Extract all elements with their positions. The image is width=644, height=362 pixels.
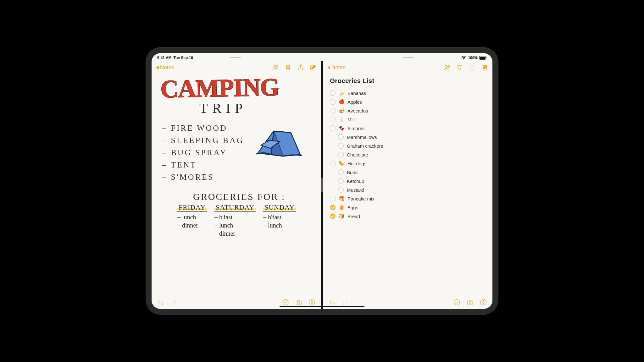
collaborate-icon[interactable] [272, 64, 279, 71]
undo-icon[interactable] [157, 299, 164, 306]
meals-list: lunchdinner [177, 213, 207, 229]
status-time: 9:41 AM [157, 56, 172, 60]
check-item: 🍫S'mores [330, 125, 486, 132]
check-circle[interactable] [338, 143, 344, 149]
meal-item: lunch [177, 213, 207, 221]
check-circle[interactable] [330, 213, 336, 219]
check-circle[interactable] [330, 125, 336, 131]
item-emoji: 🍎 [339, 99, 344, 105]
hand-subtitle: TRIP [199, 100, 314, 116]
check-circle[interactable] [330, 196, 336, 201]
multitask-indicator-left[interactable] [230, 57, 241, 58]
chevron-left-icon [327, 66, 330, 69]
check-label: Chocolate [347, 152, 368, 157]
item-emoji: 🍫 [339, 125, 344, 131]
markup-icon[interactable] [308, 299, 315, 306]
check-circle[interactable] [330, 108, 336, 113]
day-column: FRIDAYlunchdinner [177, 203, 207, 238]
redo-icon[interactable] [170, 299, 177, 306]
screen: 9:41 AM Tue Sep 10 100% [152, 53, 492, 309]
groceries-heading: GROCERIES FOR : [193, 191, 314, 202]
check-label: Bananas [347, 90, 366, 96]
back-label: Notes [331, 64, 345, 71]
back-button-right[interactable]: Notes [327, 64, 345, 71]
camera-icon[interactable] [295, 299, 302, 306]
back-button-left[interactable]: Notes [156, 64, 174, 71]
right-note-body[interactable]: Groceries List 🍌Bananas🍎Apples🥑Avocados🥛… [323, 74, 492, 296]
check-circle[interactable] [338, 134, 344, 140]
day-column: SATURDAYb'fastlunchdinner [214, 203, 256, 238]
item-emoji: 🥞 [339, 196, 344, 201]
divider-handle-icon [321, 178, 323, 192]
left-note-body[interactable]: CAMPING TRIP FIRE WOODSLEEPING BAGBUG SP… [152, 74, 321, 296]
check-item: 🌭Hot dogs [330, 160, 486, 167]
svg-point-7 [283, 299, 288, 305]
check-circle[interactable] [330, 205, 336, 210]
check-item: 🥑Avocados [330, 107, 486, 114]
check-label: S'mores [347, 126, 365, 131]
check-label: Pancake mix [347, 196, 375, 201]
trash-icon[interactable] [456, 64, 463, 71]
supply-item: FIRE WOOD [162, 122, 244, 134]
check-item: 🍞Bread [330, 213, 486, 220]
right-navbar: Notes [323, 61, 492, 74]
home-indicator[interactable] [280, 306, 364, 307]
multitask-indicator-right[interactable] [403, 57, 414, 58]
undo-icon[interactable] [329, 299, 336, 306]
share-icon[interactable] [469, 64, 475, 71]
svg-point-13 [454, 299, 460, 305]
right-note-pane: Notes Groceries List 🍌Bananas🍎Apples🥑Avo… [323, 61, 492, 309]
trash-icon[interactable] [285, 64, 291, 71]
check-label: Avocados [347, 108, 368, 113]
check-item: Graham crackers [338, 142, 486, 149]
tent-drawing [252, 123, 305, 161]
check-label: Apples [347, 99, 362, 105]
back-label: Notes [160, 64, 174, 71]
check-circle[interactable] [338, 152, 344, 157]
meal-item: lunch [263, 221, 296, 229]
collaborate-icon[interactable] [443, 64, 450, 71]
meals-list: b'fastlunchdinner [214, 213, 256, 238]
check-circle[interactable] [338, 169, 344, 175]
check-circle[interactable] [330, 117, 336, 122]
check-item: Marshmallows [338, 134, 486, 140]
check-item: 🥛Milk [330, 116, 486, 123]
item-emoji: 🍞 [339, 213, 344, 219]
check-circle[interactable] [338, 178, 344, 184]
check-circle[interactable] [338, 187, 344, 193]
supply-item: SLEEPING BAG [162, 134, 244, 146]
item-emoji: 🥛 [339, 117, 344, 122]
check-label: Marshmallows [347, 134, 377, 140]
check-circle[interactable] [330, 99, 336, 105]
check-label: Ketchup [347, 178, 364, 184]
status-battery-pct: 100% [468, 56, 478, 60]
redo-icon[interactable] [342, 299, 349, 306]
check-label: Hot dogs [347, 161, 366, 166]
chevron-left-icon [156, 66, 159, 69]
check-item: 🥞Pancake mix [330, 195, 486, 202]
check-label: Eggs [347, 205, 358, 210]
day-column: SUNDAYb'fastlunch [263, 203, 296, 238]
check-label: Graham crackers [347, 143, 383, 149]
meal-item: b'fast [214, 213, 256, 221]
checklist-icon[interactable] [453, 299, 460, 306]
share-icon[interactable] [297, 64, 304, 71]
markup-icon[interactable] [480, 299, 487, 306]
status-date: Tue Sep 10 [174, 56, 193, 60]
meals-list: b'fastlunch [263, 213, 296, 229]
note-title: Groceries List [330, 77, 486, 85]
check-circle[interactable] [330, 90, 336, 96]
svg-point-5 [277, 66, 278, 67]
split-view: Notes CAMPING TRIP FIRE WOODSLEEPING BAG… [152, 61, 492, 309]
status-bar: 9:41 AM Tue Sep 10 100% [152, 53, 492, 61]
compose-icon[interactable] [481, 64, 488, 71]
check-circle[interactable] [330, 161, 336, 166]
check-item: Ketchup [338, 178, 486, 184]
svg-rect-2 [480, 57, 485, 59]
meal-item: b'fast [263, 213, 296, 221]
checklist-icon[interactable] [282, 299, 289, 306]
check-item: Buns [338, 169, 486, 176]
camera-icon[interactable] [467, 299, 474, 306]
compose-icon[interactable] [310, 64, 317, 71]
check-label: Milk [347, 117, 356, 122]
